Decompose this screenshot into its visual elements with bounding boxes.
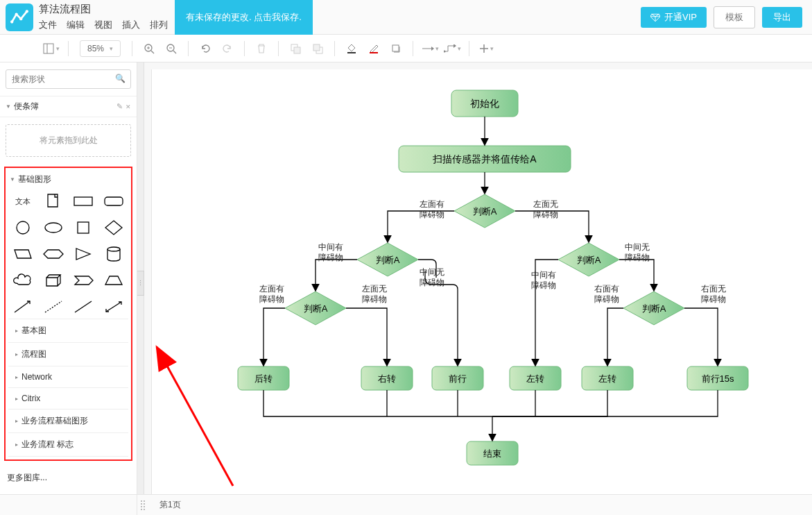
export-button[interactable]: 导出 bbox=[762, 7, 802, 28]
shape-note[interactable] bbox=[40, 191, 67, 212]
shape-hexagon[interactable] bbox=[40, 244, 67, 264]
shape-cylinder[interactable] bbox=[101, 244, 127, 264]
shadow-icon[interactable] bbox=[386, 39, 406, 58]
svg-line-32 bbox=[75, 301, 92, 312]
waypoints-icon[interactable]: ▾ bbox=[442, 39, 462, 58]
shape-ellipse[interactable] bbox=[40, 217, 67, 238]
shape-trapezoid[interactable] bbox=[101, 270, 127, 291]
category-citrix[interactable]: ▸Citrix bbox=[8, 388, 128, 410]
to-front-icon[interactable] bbox=[286, 39, 305, 58]
fill-color-icon[interactable] bbox=[342, 39, 361, 58]
svg-text:右面有: 右面有 bbox=[594, 284, 619, 294]
svg-text:障碍物: 障碍物 bbox=[594, 294, 619, 304]
svg-rect-18 bbox=[370, 52, 378, 53]
svg-rect-14 bbox=[294, 47, 300, 53]
node-end: 结束 bbox=[467, 441, 518, 465]
svg-line-30 bbox=[15, 301, 30, 312]
menu-view[interactable]: 视图 bbox=[94, 19, 112, 31]
connection-icon[interactable]: ▾ bbox=[420, 39, 440, 58]
page-tab-1[interactable]: 第1页 bbox=[153, 496, 188, 514]
search-icon[interactable]: 🔍 bbox=[115, 74, 126, 83]
add-icon[interactable]: ▾ bbox=[476, 39, 496, 58]
shape-line-arrow[interactable] bbox=[10, 296, 36, 317]
svg-rect-4 bbox=[44, 44, 53, 53]
svg-text:障碍物: 障碍物 bbox=[362, 294, 387, 304]
category-network[interactable]: ▸Network bbox=[8, 366, 128, 388]
sidebar-collapse-handle[interactable]: ⋮ bbox=[137, 271, 144, 296]
svg-text:障碍物: 障碍物 bbox=[420, 278, 444, 287]
svg-rect-25 bbox=[105, 197, 123, 205]
vip-button[interactable]: 开通VIP bbox=[641, 7, 707, 28]
scratchpad-dropzone[interactable]: 将元素拖到此处 bbox=[6, 124, 131, 157]
line-color-icon[interactable] bbox=[364, 39, 383, 58]
svg-text:中间有: 中间有 bbox=[318, 242, 343, 252]
shape-square[interactable] bbox=[71, 217, 97, 238]
node-scan: 扫描传感器并将值传给A bbox=[399, 146, 571, 172]
svg-point-29 bbox=[107, 247, 120, 251]
shape-cube[interactable] bbox=[40, 270, 67, 291]
svg-text:障碍物: 障碍物 bbox=[259, 294, 284, 304]
shape-line[interactable] bbox=[71, 296, 97, 317]
pencil-icon[interactable]: ✎ bbox=[116, 102, 123, 111]
zoom-select[interactable]: 85%▾ bbox=[80, 40, 121, 57]
app-logo[interactable] bbox=[6, 3, 33, 31]
category-bpmn-basic[interactable]: ▸业务流程基础图形 bbox=[8, 410, 128, 433]
svg-line-7 bbox=[151, 51, 154, 53]
shape-step[interactable] bbox=[71, 270, 97, 291]
menu-arrange[interactable]: 排列 bbox=[150, 19, 168, 31]
document-title[interactable]: 算法流程图 bbox=[39, 3, 168, 16]
node-init: 初始化 bbox=[451, 90, 518, 117]
node-d5: 判断A bbox=[623, 292, 684, 325]
shape-diamond[interactable] bbox=[101, 217, 127, 238]
redo-icon[interactable] bbox=[218, 39, 237, 58]
pages-grip-icon[interactable] bbox=[140, 500, 146, 511]
shape-text[interactable]: 文本 bbox=[10, 191, 36, 212]
category-basic[interactable]: ▸基本图 bbox=[8, 319, 128, 343]
svg-text:障碍物: 障碍物 bbox=[318, 253, 343, 262]
menu-file[interactable]: 文件 bbox=[39, 19, 57, 31]
svg-rect-24 bbox=[74, 197, 92, 205]
shape-dashed-line[interactable] bbox=[40, 296, 67, 317]
svg-text:前行: 前行 bbox=[449, 373, 467, 384]
node-fwd15: 前行15s bbox=[687, 366, 748, 390]
layout-icon[interactable]: ▾ bbox=[42, 39, 61, 58]
svg-line-33 bbox=[106, 302, 121, 312]
search-input[interactable] bbox=[6, 69, 131, 89]
svg-line-11 bbox=[173, 51, 176, 53]
canvas[interactable]: 初始化 扫描传感器并将值传给A 判断A 判断A 判断A 判断A 判断A 后转 右… bbox=[151, 69, 812, 494]
zoom-out-icon[interactable] bbox=[162, 39, 181, 58]
zoom-in-icon[interactable] bbox=[139, 39, 159, 58]
shape-rect[interactable] bbox=[71, 191, 97, 212]
svg-point-2 bbox=[19, 17, 22, 20]
svg-text:左面有: 左面有 bbox=[420, 199, 444, 209]
delete-icon[interactable] bbox=[252, 39, 271, 58]
shape-roundrect[interactable] bbox=[101, 191, 127, 212]
undo-icon[interactable] bbox=[196, 39, 215, 58]
sidebar: 🔍 ▼ 便条簿 ✎ ✕ 将元素拖到此处 ▼ 基础图形 文本 bbox=[0, 62, 137, 494]
svg-text:中间有: 中间有 bbox=[531, 270, 556, 280]
template-button[interactable]: 模板 bbox=[714, 6, 755, 28]
close-icon[interactable]: ✕ bbox=[126, 103, 131, 110]
svg-text:结束: 结束 bbox=[483, 448, 501, 459]
more-shapes-link[interactable]: 更多图库... bbox=[0, 465, 137, 491]
svg-rect-28 bbox=[78, 222, 89, 233]
svg-point-21 bbox=[444, 50, 446, 52]
node-left1: 左转 bbox=[510, 366, 561, 390]
node-d1: 判断A bbox=[454, 194, 515, 228]
basic-shapes-head[interactable]: ▼ 基础图形 bbox=[8, 172, 128, 189]
shape-parallelogram[interactable] bbox=[10, 244, 36, 264]
scratchpad-panel-head[interactable]: ▼ 便条簿 ✎ ✕ bbox=[0, 96, 137, 117]
menu-edit[interactable]: 编辑 bbox=[67, 19, 85, 31]
shape-triangle[interactable] bbox=[71, 244, 97, 264]
to-back-icon[interactable] bbox=[308, 39, 327, 58]
save-banner[interactable]: 有未保存的更改. 点击我保存. bbox=[175, 0, 313, 35]
svg-text:中间无: 中间无 bbox=[625, 242, 650, 252]
category-flowchart[interactable]: ▸流程图 bbox=[8, 343, 128, 366]
shape-bidir-arrow[interactable] bbox=[101, 296, 127, 317]
shape-cloud[interactable] bbox=[10, 270, 36, 291]
svg-text:障碍物: 障碍物 bbox=[701, 294, 726, 304]
node-right: 右转 bbox=[361, 366, 413, 390]
menu-insert[interactable]: 插入 bbox=[122, 19, 140, 31]
category-bpmn-symbol[interactable]: ▸业务流程 标志 bbox=[8, 433, 128, 457]
shape-circle[interactable] bbox=[10, 217, 36, 238]
